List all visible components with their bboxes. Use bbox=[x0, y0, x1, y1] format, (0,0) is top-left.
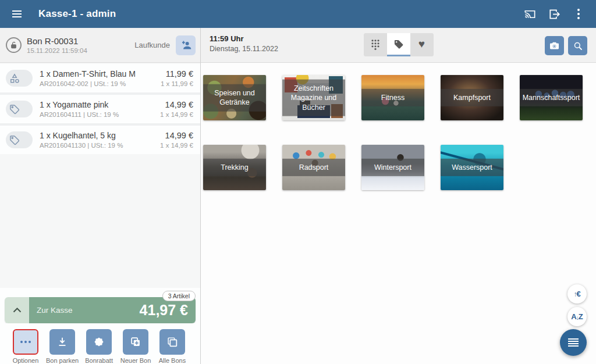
category-tile[interactable]: Trekking bbox=[203, 145, 266, 190]
cart-item[interactable]: 1 x Kugelhantel, 5 kg AR2016041130 | USt… bbox=[0, 126, 200, 154]
item-details: AR201604111 | USt.: 19 % bbox=[40, 111, 160, 118]
item-price-detail: 1 x 11,99 € bbox=[161, 80, 193, 87]
list-icon bbox=[568, 338, 579, 347]
overflow-menu-button[interactable] bbox=[569, 5, 588, 23]
item-price: 14,99 € bbox=[160, 100, 193, 109]
logout-button[interactable] bbox=[545, 5, 563, 23]
category-tile[interactable]: Zeitschriften Magazine und Bücher bbox=[282, 75, 345, 120]
category-grid: Speisen und Getränke Zeitschriften Magaz… bbox=[201, 63, 596, 190]
article-type-icon bbox=[6, 131, 33, 148]
scan-camera-button[interactable] bbox=[545, 36, 564, 55]
category-label: Fitness bbox=[361, 89, 424, 106]
favorites-view-toggle[interactable]: ♥ bbox=[410, 33, 434, 56]
add-customer-button[interactable] bbox=[176, 35, 196, 55]
article-type-icon bbox=[6, 101, 33, 117]
checkout-section: 3 Artikel Zur Kasse 41,97 € bbox=[0, 288, 200, 364]
bon-header: Bon R-00031 15.11.2022 11:59:04 Laufkund… bbox=[0, 28, 200, 63]
receipt-discount-button[interactable]: Bonrabatt bbox=[83, 329, 115, 364]
item-details: AR2016041130 | USt.: 19 % bbox=[40, 142, 160, 149]
category-label: Kampfsport bbox=[441, 89, 503, 106]
chevron-up-icon bbox=[13, 308, 22, 313]
catalog-header: 11:59 Uhr Dienstag, 15.11.2022 bbox=[201, 28, 596, 63]
discount-seal-icon bbox=[86, 329, 112, 355]
more-horiz-icon bbox=[13, 329, 38, 355]
person-add-icon bbox=[180, 39, 192, 51]
tag-icon bbox=[393, 38, 405, 50]
unlock-icon bbox=[6, 37, 22, 53]
receipt-empty-area bbox=[0, 154, 200, 288]
category-tile[interactable]: Mannschaftssport bbox=[520, 75, 583, 120]
more-vert-icon bbox=[577, 9, 580, 19]
all-receipts-icon bbox=[159, 329, 185, 355]
cart-item[interactable]: 1 x Damen-T-Shirt, Blau M AR2016042-002 … bbox=[0, 64, 200, 92]
item-price: 11,99 € bbox=[161, 69, 193, 78]
item-details: AR2016042-002 | USt.: 19 % bbox=[40, 80, 161, 87]
date-text: Dienstag, 15.11.2022 bbox=[210, 45, 278, 53]
camera-icon bbox=[549, 40, 560, 51]
category-tile[interactable]: Fitness bbox=[361, 75, 424, 120]
category-tile[interactable]: Kampfsport bbox=[441, 75, 503, 120]
datetime-display: 11:59 Uhr Dienstag, 15.11.2022 bbox=[210, 34, 278, 53]
category-label: Mannschaftssport bbox=[520, 89, 583, 106]
view-toggle-group: ♥ bbox=[364, 33, 434, 56]
category-label: Radsport bbox=[282, 159, 345, 176]
category-tile[interactable]: Radsport bbox=[282, 145, 345, 190]
item-price-detail: 1 x 14,99 € bbox=[160, 142, 193, 149]
bon-number: Bon R-00031 bbox=[27, 36, 87, 46]
numpad-view-toggle[interactable] bbox=[364, 33, 387, 56]
category-tile[interactable]: Speisen und Getränke bbox=[203, 75, 266, 120]
item-name: 1 x Kugelhantel, 5 kg bbox=[40, 131, 160, 140]
expand-summary-button[interactable] bbox=[5, 297, 29, 323]
menu-button[interactable] bbox=[8, 5, 26, 23]
new-receipt-icon bbox=[123, 329, 148, 355]
heart-icon: ♥ bbox=[418, 38, 425, 49]
item-name: 1 x Yogamatte pink bbox=[40, 100, 160, 109]
list-view-fab[interactable] bbox=[560, 329, 587, 356]
logout-icon bbox=[548, 8, 561, 21]
app-title: Kasse-1 - admin bbox=[38, 8, 116, 20]
article-type-icon bbox=[6, 70, 33, 87]
receipt-panel: Bon R-00031 15.11.2022 11:59:04 Laufkund… bbox=[0, 28, 201, 364]
app-bar: Kasse-1 - admin bbox=[0, 0, 596, 28]
sort-by-price-button[interactable]: ↑€ bbox=[567, 284, 587, 304]
category-tile[interactable]: Wassersport bbox=[441, 145, 503, 190]
category-tile[interactable]: Wintersport bbox=[361, 145, 424, 190]
new-receipt-button[interactable]: Neuer Bon bbox=[119, 329, 152, 364]
checkout-total: 41,97 € bbox=[140, 302, 188, 319]
search-button[interactable] bbox=[568, 36, 587, 55]
item-price-detail: 1 x 14,99 € bbox=[160, 111, 193, 118]
park-download-icon bbox=[49, 329, 75, 355]
item-price: 14,99 € bbox=[160, 131, 193, 140]
park-receipt-button[interactable]: Bon parken bbox=[46, 329, 79, 364]
search-icon bbox=[573, 41, 583, 51]
categories-view-toggle[interactable] bbox=[387, 33, 410, 56]
time-text: 11:59 Uhr bbox=[210, 34, 278, 43]
customer-label: Laufkunde bbox=[134, 41, 170, 49]
category-label: Zeitschriften Magazine und Bücher bbox=[282, 80, 345, 116]
cast-button[interactable] bbox=[520, 5, 539, 23]
pos-app: Kasse-1 - admin bbox=[0, 0, 596, 364]
catalog-panel: 11:59 Uhr Dienstag, 15.11.2022 bbox=[201, 28, 596, 364]
category-label: Trekking bbox=[203, 159, 266, 176]
item-name: 1 x Damen-T-Shirt, Blau M bbox=[40, 69, 161, 78]
menu-icon bbox=[10, 7, 24, 21]
checkout-label: Zur Kasse bbox=[37, 306, 73, 315]
all-receipts-button[interactable]: Alle Bons bbox=[156, 329, 189, 364]
sort-alphabetical-button[interactable]: A↓Z bbox=[567, 307, 587, 326]
cart-item[interactable]: 1 x Yogamatte pink AR201604111 | USt.: 1… bbox=[0, 95, 200, 123]
cart-item-list: 1 x Damen-T-Shirt, Blau M AR2016042-002 … bbox=[0, 64, 200, 154]
category-label: Wassersport bbox=[441, 159, 503, 176]
receipt-toolbar: Optionen Bon parken bbox=[5, 323, 196, 364]
category-label: Wintersport bbox=[361, 159, 424, 176]
cast-icon bbox=[523, 8, 537, 21]
category-label: Speisen und Getränke bbox=[203, 84, 266, 112]
bon-datetime: 15.11.2022 11:59:04 bbox=[27, 47, 87, 54]
dialpad-icon bbox=[370, 38, 381, 50]
article-count-badge: 3 Artikel bbox=[162, 291, 196, 301]
options-button[interactable]: Optionen bbox=[9, 329, 42, 364]
